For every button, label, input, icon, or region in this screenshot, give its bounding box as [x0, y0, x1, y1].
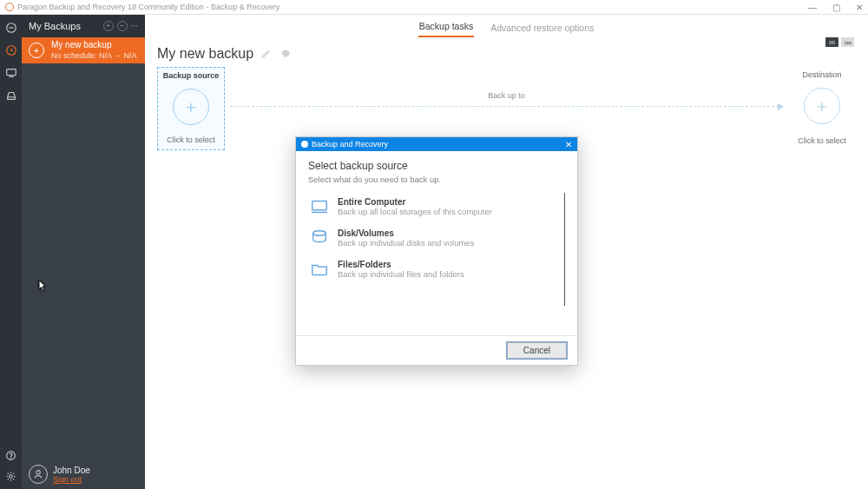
sidebar: My Backups + − ··· + My new backup No sc… [22, 15, 145, 489]
drive-icon[interactable] [4, 89, 18, 102]
svg-point-6 [10, 474, 13, 478]
sidebar-add-icon[interactable]: + [103, 21, 114, 31]
monitor-icon[interactable] [4, 67, 18, 79]
view-mode-badges: 00 ɪɪɪɪ [825, 37, 854, 47]
option-title: Disk/Volumes [338, 228, 474, 238]
view-mode-alt[interactable]: ɪɪɪɪ [841, 37, 854, 47]
clock-icon[interactable] [4, 44, 18, 56]
disk-icon [310, 228, 329, 248]
option-title: Entire Computer [338, 197, 492, 207]
sidebar-item-subtitle: No schedule: N/A → N/A [51, 51, 137, 61]
user-name: John Doe [53, 466, 90, 475]
sign-out-link[interactable]: Sign out [53, 475, 90, 484]
computer-icon [310, 197, 329, 216]
option-desc: Back up individual files and folders [338, 269, 464, 279]
destination-click-label: Click to select [798, 136, 846, 145]
nav-rail [0, 15, 22, 489]
arrow-label: Back up to [157, 91, 856, 100]
dialog-titlebar: Backup and Recovery ✕ [296, 137, 577, 151]
tabs: Backup tasks Advanced restore options [145, 15, 868, 37]
option-title: Files/Folders [338, 260, 464, 269]
dialog-subheading: Select what do you need to back up. [308, 175, 565, 184]
svg-rect-2 [6, 69, 16, 76]
sidebar-header: My Backups + − ··· [22, 15, 145, 37]
dialog-title: Backup and Recovery [312, 140, 388, 149]
dialog-option-list: Entire Computer Back up all local storag… [308, 191, 565, 285]
svg-point-7 [36, 471, 40, 474]
svg-point-9 [313, 231, 326, 236]
edit-icon[interactable] [260, 48, 273, 60]
window-close[interactable]: ✕ [856, 3, 863, 12]
sidebar-header-tools: + − ··· [103, 21, 138, 31]
window-title: Paragon Backup and Recovery 18 Community… [17, 3, 279, 11]
window-controls: — ▢ ✕ [808, 3, 863, 12]
dialog-body: Select backup source Select what do you … [296, 151, 577, 335]
option-entire-computer[interactable]: Entire Computer Back up all local storag… [308, 191, 555, 222]
destination-label: Destination [802, 70, 841, 79]
sidebar-more-icon[interactable]: ··· [131, 21, 138, 31]
app-icon [5, 3, 14, 11]
page-title: My new backup [157, 46, 253, 62]
cancel-button[interactable]: Cancel [507, 342, 567, 359]
backup-source-card[interactable]: Backup source + Click to select [157, 67, 225, 150]
source-click-label: Click to select [167, 135, 215, 144]
dialog-app-icon [301, 141, 308, 148]
tab-backup-tasks[interactable]: Backup tasks [418, 21, 474, 37]
dialog-footer: Cancel [296, 335, 577, 365]
comment-icon[interactable] [279, 48, 292, 60]
page-title-row: My new backup [145, 37, 868, 67]
sidebar-item-new-backup[interactable]: + My new backup No schedule: N/A → N/A [22, 37, 145, 63]
window-minimize[interactable]: — [808, 3, 817, 12]
sidebar-item-title: My new backup [51, 40, 137, 51]
option-desc: Back up all local storages of this compu… [338, 207, 492, 216]
select-source-dialog: Backup and Recovery ✕ Select backup sour… [295, 136, 578, 366]
plus-circle-icon: + [804, 88, 840, 124]
sidebar-title: My Backups [29, 21, 81, 31]
window-maximize[interactable]: ▢ [832, 3, 840, 12]
dialog-scroll-indicator [564, 193, 565, 306]
help-icon[interactable] [4, 449, 18, 461]
svg-point-5 [10, 458, 11, 459]
svg-rect-8 [312, 202, 327, 210]
sidebar-remove-icon[interactable]: − [117, 21, 128, 31]
option-files-folders[interactable]: Files/Folders Back up individual files a… [308, 254, 555, 285]
svg-rect-3 [7, 97, 15, 100]
gear-icon[interactable] [4, 470, 18, 482]
view-mode-std[interactable]: 00 [825, 37, 838, 47]
backup-destination-card[interactable]: Destination + Click to select [788, 67, 856, 150]
avatar-icon [29, 465, 48, 484]
option-disk-volumes[interactable]: Disk/Volumes Back up individual disks an… [308, 222, 555, 254]
window-titlebar: Paragon Backup and Recovery 18 Community… [0, 0, 868, 15]
sidebar-footer: John Doe Sign out [22, 459, 145, 489]
dialog-close-icon[interactable]: ✕ [565, 140, 572, 149]
dialog-heading: Select backup source [308, 160, 565, 172]
option-desc: Back up individual disks and volumes [338, 238, 474, 248]
home-icon[interactable] [4, 22, 18, 34]
source-label: Backup source [163, 71, 220, 80]
folder-icon [310, 260, 329, 279]
plus-circle-icon: + [29, 43, 44, 58]
tab-advanced-restore[interactable]: Advanced restore options [490, 23, 595, 37]
arrow-icon [230, 106, 783, 107]
